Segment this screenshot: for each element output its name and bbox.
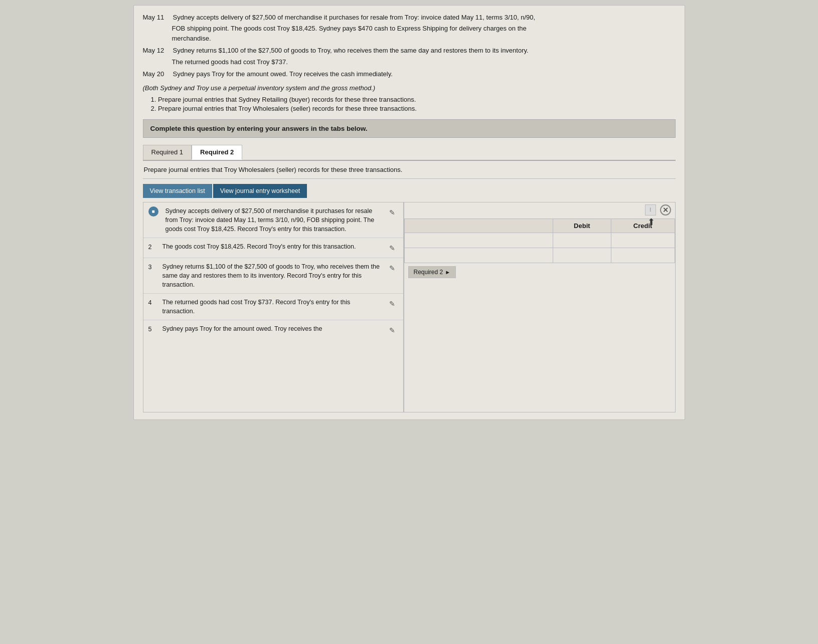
- list-item: 4 The returned goods had cost Troy $737.…: [143, 294, 403, 320]
- pencil-icon-5[interactable]: ✎: [389, 324, 398, 335]
- item1-icon: ■: [148, 206, 158, 217]
- arrow-right-icon: ►: [445, 269, 450, 275]
- tab-required2[interactable]: Required 2: [192, 145, 242, 160]
- pencil-icon-4[interactable]: ✎: [389, 298, 398, 309]
- cursor-arrow-icon: ⬆: [647, 217, 655, 228]
- transaction-text-2: The goods cost Troy $18,425. Record Troy…: [162, 242, 384, 251]
- tab-required1[interactable]: Required 1: [143, 145, 192, 160]
- journal-debit-1[interactable]: [553, 233, 611, 248]
- table-row: [404, 248, 675, 263]
- th-debit: Debit: [553, 219, 611, 233]
- tab-description: Prepare journal entries that Troy Wholes…: [143, 161, 676, 179]
- tab2-label: Required 2: [200, 148, 234, 156]
- view-journal-entry-label: View journal entry worksheet: [220, 187, 300, 194]
- close-button[interactable]: ✕: [660, 204, 671, 216]
- transaction-num-2: 2: [148, 242, 157, 252]
- pencil-icon-2[interactable]: ✎: [389, 242, 398, 253]
- may11-line3: merchandise.: [172, 34, 676, 44]
- main-container: May 11 Sydney accepts delivery of $27,50…: [133, 5, 685, 420]
- complete-box: Complete this question by entering your …: [143, 119, 676, 138]
- questions: 1. Prepare journal entries that Sydney R…: [151, 96, 676, 112]
- journal-credit-1[interactable]: [611, 233, 675, 248]
- transaction-text-3: Sydney returns $1,100 of the $27,500 of …: [162, 262, 384, 289]
- transaction-num-4: 4: [148, 298, 157, 307]
- drag-handle[interactable]: ⁝: [645, 204, 656, 216]
- journal-debit-2[interactable]: [553, 248, 611, 263]
- journal-header-row: ⁝ ✕: [404, 202, 675, 218]
- view-transaction-list-label: View transaction list: [150, 187, 205, 194]
- required2-bubble[interactable]: Required 2 ►: [408, 266, 456, 278]
- list-item: 2 The goods cost Troy $18,425. Record Tr…: [143, 238, 403, 258]
- may20-label: May 20: [143, 69, 169, 79]
- may11-line1: Sydney accepts delivery of $27,500 of me…: [173, 13, 536, 23]
- question-2: 2. Prepare journal entries that Troy Who…: [151, 105, 676, 112]
- journal-entry-desc-2[interactable]: [404, 248, 553, 263]
- journal-table: Debit Credit: [404, 219, 675, 263]
- list-item: 5 Sydney pays Troy for the amount owed. …: [143, 320, 403, 339]
- journal-entry-desc-1[interactable]: [404, 233, 553, 248]
- view-transaction-list-button[interactable]: View transaction list: [143, 184, 212, 198]
- problem-text: May 11 Sydney accepts delivery of $27,50…: [143, 13, 676, 79]
- complete-box-text: Complete this question by entering your …: [150, 125, 368, 132]
- question-1: 1. Prepare journal entries that Sydney R…: [151, 96, 676, 103]
- may11-label: May 11: [143, 13, 169, 23]
- transaction-text-1: Sydney accepts delivery of $27,500 of me…: [166, 206, 384, 234]
- italic-note: (Both Sydney and Troy use a perpetual in…: [143, 84, 676, 92]
- may11-line2: FOB shipping point. The goods cost Troy …: [172, 24, 676, 34]
- transaction-list: ■ Sydney accepts delivery of $27,500 of …: [143, 202, 404, 412]
- view-journal-entry-worksheet-button[interactable]: View journal entry worksheet: [213, 184, 307, 198]
- may12-line2: The returned goods had cost Troy $737.: [172, 57, 676, 67]
- journal-area: ⁝ ✕ ⬆ Debit Credit: [404, 202, 676, 412]
- tabs-row: Required 1 Required 2: [143, 145, 676, 161]
- th-credit: Credit: [611, 219, 675, 233]
- content-area: ■ Sydney accepts delivery of $27,500 of …: [143, 202, 676, 412]
- list-item: ■ Sydney accepts delivery of $27,500 of …: [143, 202, 403, 238]
- may12-line1: Sydney returns $1,100 of the $27,500 of …: [173, 46, 529, 56]
- required2-label: Required 2: [414, 269, 443, 276]
- may20-line1: Sydney pays Troy for the amount owed. Tr…: [173, 69, 393, 79]
- transaction-text-4: The returned goods had cost Troy $737. R…: [162, 298, 384, 316]
- tab1-label: Required 1: [151, 148, 184, 156]
- journal-credit-2[interactable]: [611, 248, 675, 263]
- pencil-icon-3[interactable]: ✎: [389, 262, 398, 273]
- list-item: 3 Sydney returns $1,100 of the $27,500 o…: [143, 258, 403, 294]
- transaction-num-5: 5: [148, 324, 157, 334]
- th-empty: [404, 219, 553, 233]
- drag-dots: ⁝: [649, 206, 651, 213]
- pencil-icon-1[interactable]: ✎: [389, 206, 398, 218]
- close-icon: ✕: [663, 206, 669, 214]
- transaction-text-5: Sydney pays Troy for the amount owed. Tr…: [162, 324, 384, 333]
- table-row: [404, 233, 675, 248]
- transaction-num-3: 3: [148, 262, 157, 272]
- may12-label: May 12: [143, 46, 169, 56]
- action-buttons-row: View transaction list View journal entry…: [143, 184, 676, 198]
